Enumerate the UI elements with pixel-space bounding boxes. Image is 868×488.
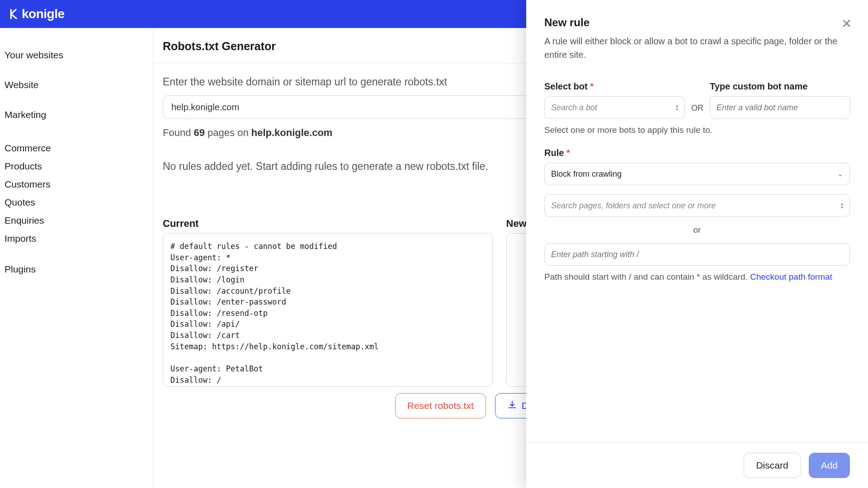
select-bot-label: Select bot * bbox=[544, 81, 685, 92]
found-domain: help.konigle.com bbox=[251, 127, 333, 138]
current-robots-box[interactable]: # default rules - cannot be modified Use… bbox=[163, 233, 493, 387]
brand-logo[interactable]: konigle bbox=[9, 7, 65, 21]
chevron-down-icon: ⌄ bbox=[837, 172, 843, 176]
close-icon[interactable]: ✕ bbox=[841, 16, 852, 31]
sidebar-item-commerce[interactable]: Commerce bbox=[5, 135, 149, 157]
sidebar-item-customers[interactable]: Customers bbox=[5, 175, 149, 193]
updown-icon: ▴▾ bbox=[676, 104, 678, 111]
drawer-title: New rule bbox=[544, 16, 850, 29]
found-count: 69 bbox=[194, 127, 205, 138]
logo-icon bbox=[9, 8, 21, 20]
reset-label: Reset robots.txt bbox=[407, 400, 474, 411]
sidebar: Your websites Website Marketing Commerce… bbox=[0, 28, 154, 488]
add-label: Add bbox=[821, 460, 838, 471]
pages-placeholder: Search pages, folders and select one or … bbox=[551, 201, 716, 211]
discard-label: Discard bbox=[756, 460, 788, 471]
discard-button[interactable]: Discard bbox=[744, 453, 800, 478]
reset-button[interactable]: Reset robots.txt bbox=[395, 393, 486, 418]
or-separator: OR bbox=[691, 103, 703, 113]
found-prefix: Found bbox=[163, 127, 194, 138]
custom-bot-input[interactable] bbox=[710, 96, 850, 119]
custom-bot-label: Type custom bot name bbox=[710, 81, 850, 92]
found-mid: pages on bbox=[205, 127, 251, 138]
drawer-subtitle: A rule will either block or allow a bot … bbox=[544, 34, 850, 61]
new-rule-drawer: ✕ New rule A rule will either block or a… bbox=[526, 0, 868, 488]
pages-dropdown[interactable]: Search pages, folders and select one or … bbox=[544, 194, 850, 217]
path-input[interactable] bbox=[544, 243, 850, 266]
path-help-text: Path should start with / and can contain… bbox=[544, 272, 750, 282]
sidebar-item-imports[interactable]: Imports bbox=[5, 230, 149, 248]
sidebar-item-marketing[interactable]: Marketing bbox=[5, 101, 149, 128]
brand-text: konigle bbox=[22, 7, 65, 21]
path-help: Path should start with / and can contain… bbox=[544, 272, 850, 282]
required-mark: * bbox=[590, 81, 594, 91]
required-mark: * bbox=[566, 148, 570, 158]
rule-label: Rule * bbox=[544, 148, 850, 158]
or-center: or bbox=[544, 225, 850, 235]
sidebar-item-enquiries[interactable]: Enquiries bbox=[5, 211, 149, 230]
sidebar-item-quotes[interactable]: Quotes bbox=[5, 193, 149, 211]
sidebar-item-products[interactable]: Products bbox=[5, 157, 149, 175]
add-button[interactable]: Add bbox=[809, 453, 850, 478]
sidebar-item-your-websites[interactable]: Your websites bbox=[5, 42, 149, 69]
drawer-footer: Discard Add bbox=[526, 442, 868, 488]
bot-helper-text: Select one or more bots to apply this ru… bbox=[544, 125, 850, 135]
path-format-link[interactable]: Checkout path format bbox=[750, 272, 832, 282]
sidebar-item-plugins[interactable]: Plugins bbox=[5, 256, 149, 283]
rule-value: Block from crawling bbox=[551, 169, 622, 179]
current-heading: Current bbox=[163, 218, 493, 230]
select-bot-placeholder: Search a bot bbox=[551, 103, 597, 113]
select-bot-dropdown[interactable]: Search a bot ▴▾ bbox=[544, 96, 685, 119]
download-icon bbox=[507, 400, 517, 412]
rule-dropdown[interactable]: Block from crawling ⌄ bbox=[544, 163, 850, 185]
updown-icon: ▴▾ bbox=[841, 202, 843, 209]
sidebar-item-website[interactable]: Website bbox=[5, 71, 149, 99]
